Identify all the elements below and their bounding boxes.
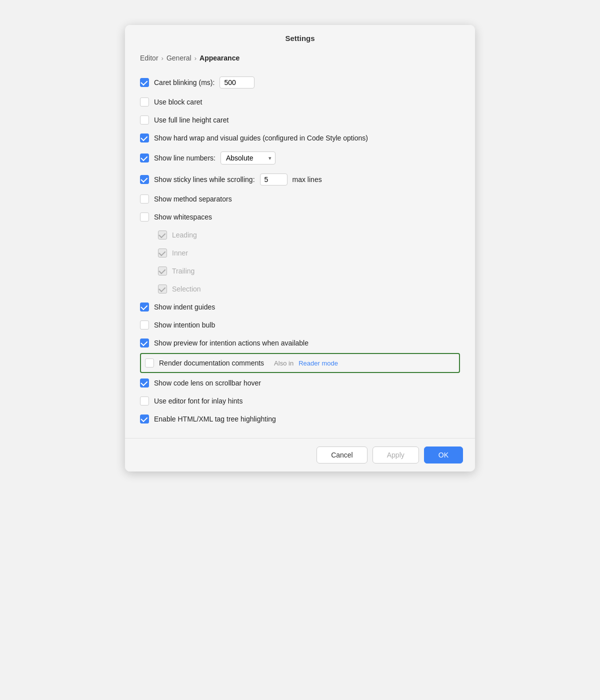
label-whitespaces: Show whitespaces [154,213,212,221]
checkbox-sticky-lines[interactable] [140,175,149,184]
label-line-numbers: Show line numbers: [154,154,216,162]
checkbox-preview-intention[interactable] [140,338,149,348]
label-full-line-height: Use full line height caret [154,116,228,124]
checkbox-intention-bulb[interactable] [140,320,149,330]
dialog-title: Settings [285,34,314,42]
setting-caret-blinking: Caret blinking (ms): [140,72,460,93]
label-block-caret: Use block caret [154,98,202,106]
input-sticky-lines[interactable] [260,174,288,186]
settings-dialog: Settings Editor › General › Appearance C… [125,25,475,472]
checkbox-selection[interactable] [158,284,167,294]
checkbox-leading[interactable] [158,230,167,240]
setting-block-caret: Use block caret [140,93,460,111]
label-indent-guides: Show indent guides [154,303,215,311]
checkbox-full-line-height[interactable] [140,116,149,124]
breadcrumb-sep-2: › [194,54,196,62]
label-hard-wrap: Show hard wrap and visual guides (config… [154,134,368,142]
cancel-button[interactable]: Cancel [316,446,368,464]
breadcrumb-editor: Editor [140,54,158,62]
label-caret-blinking: Caret blinking (ms): [154,78,214,86]
setting-full-line-height: Use full line height caret [140,111,460,129]
breadcrumb-sep-1: › [162,54,164,62]
label-max-lines: max lines [292,176,322,184]
setting-selection: Selection [140,280,460,298]
setting-leading: Leading [140,226,460,244]
setting-code-lens: Show code lens on scrollbar hover [140,374,460,392]
checkbox-block-caret[interactable] [140,98,149,106]
setting-sticky-lines: Show sticky lines while scrolling: max l… [140,169,460,190]
breadcrumb: Editor › General › Appearance [140,54,460,62]
setting-editor-font-inlay: Use editor font for inlay hints [140,392,460,410]
label-intention-bulb: Show intention bulb [154,321,215,329]
reader-mode-link[interactable]: Reader mode [298,360,338,367]
label-render-docs: Render documentation comments [159,359,264,367]
dialog-header: Settings [125,25,475,49]
label-trailing: Trailing [172,267,194,275]
setting-whitespaces: Show whitespaces [140,208,460,226]
select-line-numbers[interactable]: Absolute Relative [220,152,276,164]
label-html-xml-tag: Enable HTML/XML tag tree highlighting [154,415,276,423]
settings-list: Caret blinking (ms): Use block caret Use… [140,72,460,428]
dialog-body: Editor › General › Appearance Caret blin… [125,49,475,438]
label-selection: Selection [172,285,201,293]
setting-line-numbers: Show line numbers: Absolute Relative ▾ [140,147,460,169]
checkbox-hard-wrap[interactable] [140,134,149,142]
select-wrapper-line-numbers: Absolute Relative ▾ [220,152,276,164]
label-preview-intention: Show preview for intention actions when … [154,339,308,347]
label-code-lens: Show code lens on scrollbar hover [154,379,261,387]
checkbox-render-docs[interactable] [145,358,154,368]
ok-button[interactable]: OK [424,446,463,464]
checkbox-inner[interactable] [158,248,167,258]
setting-indent-guides: Show indent guides [140,298,460,316]
label-leading: Leading [172,231,197,239]
checkbox-code-lens[interactable] [140,378,149,388]
setting-trailing: Trailing [140,262,460,280]
label-editor-font-inlay: Use editor font for inlay hints [154,397,242,405]
checkbox-trailing[interactable] [158,266,167,276]
input-caret-blinking[interactable] [220,76,254,88]
setting-inner: Inner [140,244,460,262]
label-method-separators: Show method separators [154,195,232,203]
also-in-label: Also in [274,360,294,367]
setting-render-docs: Render documentation comments Also in Re… [140,353,460,373]
checkbox-indent-guides[interactable] [140,302,149,312]
label-sticky-lines: Show sticky lines while scrolling: [154,176,255,184]
checkbox-editor-font-inlay[interactable] [140,396,149,406]
checkbox-whitespaces[interactable] [140,212,149,222]
checkbox-line-numbers[interactable] [140,154,149,162]
breadcrumb-general: General [166,54,192,62]
breadcrumb-appearance: Appearance [200,54,240,62]
setting-intention-bulb: Show intention bulb [140,316,460,334]
setting-html-xml-tag: Enable HTML/XML tag tree highlighting [140,410,460,428]
setting-hard-wrap: Show hard wrap and visual guides (config… [140,129,460,147]
apply-button[interactable]: Apply [372,446,419,464]
checkbox-html-xml-tag[interactable] [140,414,149,424]
checkbox-method-separators[interactable] [140,194,149,204]
label-inner: Inner [172,249,188,257]
setting-preview-intention: Show preview for intention actions when … [140,334,460,352]
checkbox-caret-blinking[interactable] [140,78,149,87]
dialog-footer: Cancel Apply OK [125,438,475,472]
setting-method-separators: Show method separators [140,190,460,208]
